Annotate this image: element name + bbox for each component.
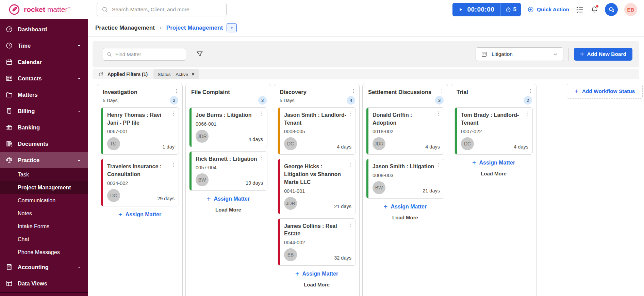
books-icon bbox=[5, 140, 13, 147]
matter-title: Jason Smith : Litigation bbox=[373, 163, 440, 171]
matter-card[interactable]: Tom Brady : Landlord-Tenant 0007-022 DC … bbox=[455, 107, 533, 155]
kebab-menu-icon[interactable] bbox=[170, 111, 176, 116]
sidebar-item-calendar[interactable]: Calendar bbox=[0, 54, 88, 70]
kebab-menu-icon[interactable] bbox=[347, 111, 353, 116]
sidebar-subitem-communication[interactable]: Communication bbox=[0, 194, 88, 207]
sidebar-subitem-phone-messages[interactable]: Phone Messages bbox=[0, 246, 88, 259]
kebab-menu-icon[interactable] bbox=[174, 88, 180, 94]
breadcrumb: Practice Management Project Management bbox=[88, 19, 644, 37]
assign-matter-button[interactable]: + Assign Matter bbox=[472, 159, 515, 166]
sidebar-subitem-project-management[interactable]: Project Management bbox=[0, 181, 88, 194]
sidebar-item-practice[interactable]: Practice bbox=[0, 152, 88, 168]
filter-chip[interactable]: Status = Active × bbox=[153, 69, 199, 79]
board-select[interactable]: Litigation bbox=[476, 47, 563, 61]
matter-age: 19 days bbox=[246, 180, 263, 186]
global-search-input[interactable] bbox=[97, 3, 227, 16]
user-avatar[interactable]: EB bbox=[624, 3, 637, 16]
matter-age: 29 days bbox=[157, 196, 175, 202]
kanban-column-settlement-discussions: Settlement Discussions 3 Donald Griffin … bbox=[362, 84, 448, 296]
matter-card[interactable]: Travelers Insurance : Consultation 0034-… bbox=[101, 159, 179, 206]
sidebar-item-dashboard[interactable]: Dashboard bbox=[0, 21, 88, 37]
sidebar-item-matters[interactable]: Matters bbox=[0, 87, 88, 103]
sidebar-item-billing[interactable]: Billing bbox=[0, 103, 88, 119]
load-more-button[interactable]: Load More bbox=[274, 282, 359, 287]
column-duration-label: 5 Days bbox=[280, 98, 295, 103]
matter-card[interactable]: Jason Smith : Litigation 0008-003 BW 21 … bbox=[366, 159, 444, 199]
kebab-menu-icon[interactable] bbox=[527, 88, 533, 94]
timer-count: 5 bbox=[513, 6, 516, 13]
refresh-icon[interactable] bbox=[98, 72, 104, 77]
notifications-bell-icon[interactable] bbox=[590, 5, 598, 14]
kebab-menu-icon[interactable] bbox=[259, 155, 265, 160]
board-switcher-button[interactable] bbox=[227, 23, 237, 32]
plus-icon: + bbox=[472, 159, 476, 166]
assign-matter-button[interactable]: + Assign Matter bbox=[207, 196, 250, 202]
column-title: Investigation bbox=[103, 88, 137, 95]
add-workflow-status-button[interactable]: + Add Workflow Status bbox=[567, 84, 643, 99]
sidebar-subitem-chat[interactable]: Chat bbox=[0, 233, 88, 246]
contact-card-icon bbox=[5, 75, 13, 82]
sidebar-item-label: Calendar bbox=[18, 59, 42, 65]
receipt-icon bbox=[5, 107, 13, 115]
matter-card[interactable]: James Collins : Real Estate 0044-002 EB … bbox=[278, 218, 356, 266]
sidebar-subitem-intake-forms[interactable]: Intake Forms bbox=[0, 220, 88, 233]
kebab-menu-icon[interactable] bbox=[436, 111, 442, 116]
tasks-checklist-icon[interactable] bbox=[576, 5, 584, 14]
matter-number: 0008-003 bbox=[373, 173, 440, 178]
find-matter-input[interactable] bbox=[103, 48, 186, 61]
assign-matter-button[interactable]: + Assign Matter bbox=[384, 203, 427, 210]
filter-funnel-icon[interactable] bbox=[196, 50, 204, 58]
sidebar-subitem-task[interactable]: Task bbox=[0, 168, 88, 181]
matter-card[interactable]: Henry Thomas : Ravi Jani - PP file 0067-… bbox=[101, 107, 179, 155]
column-subheader: 5 Days 4 bbox=[274, 95, 359, 107]
breadcrumb-parent[interactable]: Practice Management bbox=[95, 25, 155, 31]
timer-start-button[interactable]: 00:00:00 bbox=[452, 3, 500, 16]
sidebar-item-time[interactable]: Time bbox=[0, 37, 88, 54]
board-select-value: Litigation bbox=[492, 51, 513, 57]
matter-card[interactable]: George Hicks : Litigation vs Shannon Mar… bbox=[278, 159, 356, 214]
matter-card[interactable]: Rick Barnett : Litigation 0057-004 BW 19… bbox=[189, 151, 267, 191]
sidebar-item-banking[interactable]: Banking bbox=[0, 119, 88, 136]
sidebar-item-contacts[interactable]: Contacts bbox=[0, 70, 88, 87]
kebab-menu-icon[interactable] bbox=[262, 88, 268, 94]
sidebar-item-accounting[interactable]: Accounting bbox=[0, 259, 88, 275]
kebab-menu-icon[interactable] bbox=[436, 162, 442, 168]
matter-card[interactable]: Jason Smith : Landlord-Tenant 0008-005 D… bbox=[278, 107, 356, 155]
add-new-board-button[interactable]: + Add New Board bbox=[574, 48, 632, 61]
matter-card[interactable]: Joe Burns : Litigation 0066-001 JDR 4 da… bbox=[189, 107, 267, 147]
toolbar-divider bbox=[568, 48, 569, 61]
kanban-board-icon bbox=[481, 51, 488, 58]
column-count-badge: 3 bbox=[435, 96, 444, 105]
rocket-matter-logo[interactable]: rocket matter™ bbox=[0, 3, 88, 16]
assign-matter-button[interactable]: + Assign Matter bbox=[295, 270, 338, 277]
load-more-button[interactable]: Load More bbox=[186, 207, 271, 213]
kebab-menu-icon[interactable] bbox=[347, 162, 353, 168]
kebab-menu-icon[interactable] bbox=[259, 111, 265, 116]
kebab-menu-icon[interactable] bbox=[347, 222, 353, 228]
close-icon[interactable]: × bbox=[192, 71, 195, 77]
sidebar-subitem-notes[interactable]: Notes bbox=[0, 207, 88, 220]
chat-icon[interactable] bbox=[605, 3, 618, 16]
matter-age: 21 days bbox=[423, 188, 440, 194]
kebab-menu-icon[interactable] bbox=[170, 162, 176, 168]
load-more-button[interactable]: Load More bbox=[363, 215, 448, 220]
card-footer: DC 29 days bbox=[107, 189, 175, 202]
timer-count-button[interactable]: 5 bbox=[500, 3, 521, 16]
sidebar-item-data-views[interactable]: Data Views bbox=[0, 275, 88, 292]
kebab-menu-icon[interactable] bbox=[524, 111, 530, 116]
column-cards: Jason Smith : Landlord-Tenant 0008-005 D… bbox=[274, 107, 359, 266]
sidebar-item-documents[interactable]: Documents bbox=[0, 136, 88, 152]
card-footer: BW 19 days bbox=[196, 173, 263, 186]
column-title: Discovery bbox=[280, 88, 307, 95]
sidebar-item-label: Data Views bbox=[18, 280, 47, 287]
matter-title: Henry Thomas : Ravi Jani - PP file bbox=[107, 111, 175, 127]
kebab-menu-icon[interactable] bbox=[439, 88, 445, 94]
matter-title: Joe Burns : Litigation bbox=[196, 111, 263, 119]
quick-action-button[interactable]: Quick Action bbox=[527, 6, 569, 13]
assign-matter-button[interactable]: + Assign Matter bbox=[118, 211, 161, 218]
load-more-button[interactable]: Load More bbox=[451, 171, 536, 176]
calculator-icon bbox=[5, 263, 13, 271]
kebab-menu-icon[interactable] bbox=[350, 88, 357, 94]
breadcrumb-current[interactable]: Project Management bbox=[166, 25, 223, 31]
matter-card[interactable]: Donald Griffin : Adoption 0018-002 JDR 4… bbox=[366, 107, 444, 155]
